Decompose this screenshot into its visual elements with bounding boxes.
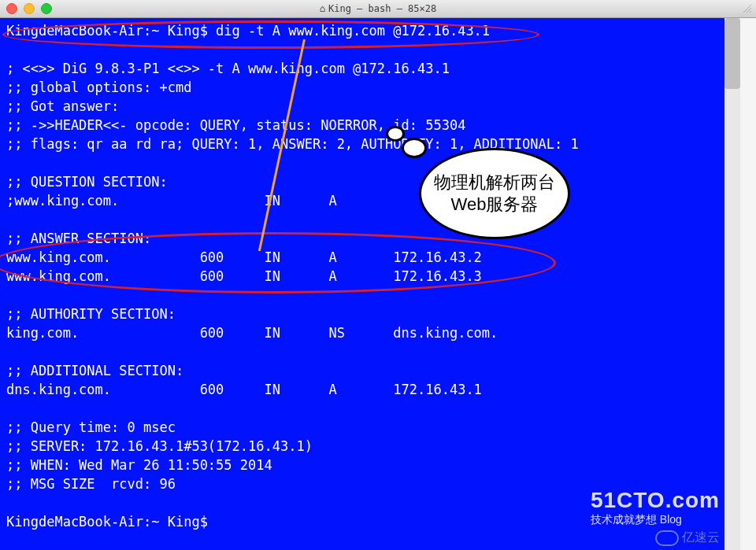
resize-icon[interactable] bbox=[742, 3, 753, 14]
line: dns.king.com. 600 IN A 172.16.43.1 bbox=[6, 382, 482, 397]
line: ;; Query time: 0 msec bbox=[6, 419, 176, 435]
annotation-bubble: 物理机解析两台Web服务器 bbox=[419, 148, 570, 239]
terminal-output: KingdeMacBook-Air:~ King$ dig -t A www.k… bbox=[0, 18, 740, 531]
watermark-big: 51CTO.com bbox=[591, 488, 720, 513]
scrollbar-thumb[interactable] bbox=[724, 18, 740, 89]
watermark-yisu-text: 亿速云 bbox=[682, 530, 720, 546]
bubble-tail-icon bbox=[402, 138, 427, 158]
window-titlebar: ⌂King — bash — 85×28 bbox=[0, 0, 756, 18]
line: king.com. 600 IN NS dns.king.com. bbox=[6, 325, 498, 341]
line: ;www.king.com. IN A bbox=[6, 193, 337, 209]
zoom-icon[interactable] bbox=[41, 3, 52, 14]
window-title: ⌂King — bash — 85×28 bbox=[0, 3, 756, 14]
home-icon: ⌂ bbox=[320, 3, 325, 14]
bubble-tail-icon bbox=[386, 126, 405, 142]
watermark-small: 技术成就梦想 Blog bbox=[591, 513, 720, 527]
line: ;; ANSWER SECTION: bbox=[6, 231, 151, 246]
scrollbar[interactable] bbox=[724, 18, 740, 550]
traffic-lights bbox=[6, 3, 52, 14]
close-icon[interactable] bbox=[6, 3, 17, 14]
cloud-icon bbox=[655, 530, 679, 546]
line: ;; SERVER: 172.16.43.1#53(172.16.43.1) bbox=[6, 438, 313, 454]
line: ;; MSG SIZE rcvd: 96 bbox=[6, 476, 176, 492]
line: ;; global options: +cmd bbox=[6, 79, 191, 95]
bubble-text: 物理机解析两台Web服务器 bbox=[421, 172, 568, 216]
line: ;; WHEN: Wed Mar 26 11:50:55 2014 bbox=[6, 457, 272, 473]
watermark-yisu: 亿速云 bbox=[655, 530, 720, 546]
title-text: King — bash — 85×28 bbox=[328, 3, 436, 14]
line: ;; QUESTION SECTION: bbox=[6, 174, 168, 190]
line: ;; ADDITIONAL SECTION: bbox=[6, 363, 183, 378]
minimize-icon[interactable] bbox=[24, 3, 35, 14]
line: ;; Got answer: bbox=[6, 98, 119, 114]
watermark-51cto: 51CTO.com 技术成就梦想 Blog bbox=[591, 488, 720, 527]
line: ; <<>> DiG 9.8.3-P1 <<>> -t A www.king.c… bbox=[6, 61, 450, 76]
line: www.king.com. 600 IN A 172.16.43.2 bbox=[6, 249, 482, 265]
line: KingdeMacBook-Air:~ King$ bbox=[6, 514, 216, 530]
terminal[interactable]: KingdeMacBook-Air:~ King$ dig -t A www.k… bbox=[0, 18, 740, 550]
line: ;; AUTHORITY SECTION: bbox=[6, 306, 176, 322]
line: KingdeMacBook-Air:~ King$ dig -t A www.k… bbox=[6, 23, 490, 39]
line: www.king.com. 600 IN A 172.16.43.3 bbox=[6, 268, 482, 284]
